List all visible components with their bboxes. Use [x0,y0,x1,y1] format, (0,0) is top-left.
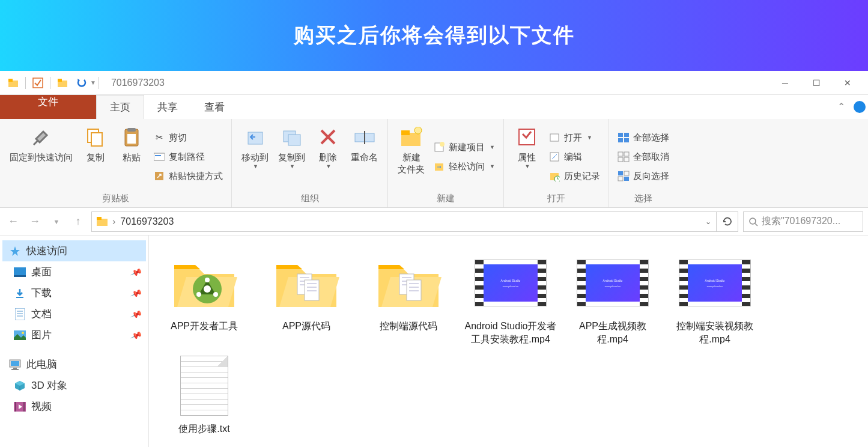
copypath-button[interactable]: 复制路径 [151,148,225,166]
file-name: 控制端源代码 [380,320,437,333]
svg-point-22 [440,142,445,147]
newfolder-button[interactable]: 新建 文件夹 [394,123,428,191]
svg-rect-36 [624,157,629,162]
recent-dropdown[interactable]: ▼ [48,213,65,230]
file-item[interactable]: 使用步骤.txt [156,353,252,436]
moveto-button[interactable]: 移动到▼ [238,123,272,191]
sidebar-3dobjects[interactable]: 3D 对象 [2,375,146,396]
ribbon-group-new: 新建 文件夹 新建项目▼ 轻松访问▼ 新建 [388,119,504,207]
paste-icon [120,125,144,149]
pin-quickaccess-button[interactable]: 固定到快速访问 [6,123,76,191]
tab-view[interactable]: 查看 [191,95,238,119]
minimize-button[interactable]: ─ [779,77,791,89]
svg-rect-15 [288,135,300,145]
ribbon-group-clipboard: 固定到快速访问 复制 粘贴 ✂剪切 复制路径 粘贴快捷方式 剪贴板 [0,119,232,207]
group-label: 选择 [615,191,672,206]
navigation-bar: ← → ▼ ↑ › 7016973203 ⌄ 搜索"701697320... [0,208,868,236]
file-item[interactable]: APP源代码 [258,250,354,347]
selectall-button[interactable]: 全部选择 [615,129,672,147]
folder-icon[interactable] [56,77,68,89]
help-icon[interactable] [854,101,866,113]
history-button[interactable]: 历史记录 [546,167,602,185]
documents-icon [13,308,26,320]
checkbox-icon[interactable] [32,77,44,89]
separator [99,77,99,89]
up-button[interactable]: ↑ [70,213,86,230]
file-name: 使用步骤.txt [178,422,229,436]
sidebar-downloads[interactable]: 下载 📌 [2,282,146,303]
maximize-button[interactable]: ☐ [810,77,822,89]
file-thumbnail [168,353,240,419]
sidebar-videos[interactable]: 视频 [2,396,146,417]
back-button[interactable]: ← [5,213,22,230]
file-item[interactable]: 控制端源代码 [360,250,457,347]
refresh-button[interactable] [717,211,738,232]
window-title: 7016973203 [111,78,165,88]
svg-rect-8 [127,128,136,132]
chevron-down-icon[interactable]: ⌄ [705,217,711,226]
pc-icon [8,359,22,371]
rename-button[interactable]: 重命名 [347,123,381,191]
cut-button[interactable]: ✂剪切 [151,129,225,147]
breadcrumb[interactable]: 7016973203 [120,216,174,227]
forward-button[interactable]: → [26,213,43,230]
svg-rect-19 [401,130,410,135]
invertselect-button[interactable]: 反向选择 [615,167,672,185]
delete-button[interactable]: 删除▼ [311,123,345,191]
selectnone-button[interactable]: 全部取消 [615,148,672,166]
tab-share[interactable]: 共享 [144,95,191,119]
collapse-ribbon-icon[interactable]: ⌃ [829,95,854,119]
file-item[interactable]: Android Studiowww.pikosd.cnAPP生成视频教程.mp4 [565,250,661,347]
undo-icon[interactable] [76,77,88,89]
svg-rect-1 [8,79,13,82]
open-button[interactable]: 打开▼ [546,129,602,147]
chevron-right-icon: › [112,216,115,227]
sidebar-desktop[interactable]: 桌面 📌 [2,261,146,282]
banner-text: 购买之后你将会得到以下文件 [294,22,575,49]
delete-icon [316,125,340,149]
svg-rect-38 [624,171,629,175]
svg-rect-78 [407,280,421,300]
search-input[interactable]: 搜索"701697320... [743,211,863,232]
edit-button[interactable]: 编辑 [546,148,602,166]
pin-icon [29,125,53,149]
close-button[interactable]: ✕ [842,77,854,89]
address-bar[interactable]: › 7016973203 ⌄ [91,211,717,232]
svg-rect-45 [14,267,26,275]
folder-icon [97,216,108,227]
easyaccess-button[interactable]: 轻松访问▼ [431,157,497,175]
file-item[interactable]: Android Studiowww.pikosd.cnAndroid Studi… [463,250,559,347]
copyto-button[interactable]: 复制到▼ [275,123,309,191]
svg-rect-35 [618,157,623,162]
group-label: 剪贴板 [6,191,225,206]
file-thumbnail: Android Studiowww.pikosd.cn [679,250,751,316]
tab-file[interactable]: 文件 [0,95,96,119]
svg-rect-46 [14,275,26,277]
copy-button[interactable]: 复制 [79,123,112,191]
file-thumbnail: Android Studiowww.pikosd.cn [577,250,649,316]
paste-button[interactable]: 粘贴 [115,123,148,191]
svg-rect-32 [624,138,629,142]
file-item[interactable]: APP开发者工具 [156,250,252,347]
pin-icon: 📌 [130,266,142,278]
svg-point-65 [205,278,210,282]
sidebar-quick-access[interactable]: 快速访问 [2,240,146,261]
sidebar-pictures[interactable]: 图片 📌 [2,324,146,345]
pin-icon: 📌 [130,329,142,341]
properties-button[interactable]: 属性▼ [510,123,544,191]
sidebar-documents[interactable]: 文档 📌 [2,303,146,324]
svg-rect-30 [624,133,629,137]
svg-rect-33 [618,152,623,156]
chevron-down-icon[interactable]: ▼ [90,79,96,86]
folder-icon [7,77,19,89]
rename-icon [353,125,377,149]
svg-rect-6 [91,133,102,146]
pasteshortcut-button[interactable]: 粘贴快捷方式 [151,167,225,185]
file-item[interactable]: Android Studiowww.pikosd.cn控制端安装视频教程.mp4 [667,250,763,347]
file-list[interactable]: APP开发者工具APP源代码控制端源代码Android Studiowww.pi… [149,236,868,447]
svg-rect-2 [33,78,43,88]
tab-home[interactable]: 主页 [96,95,144,119]
svg-point-43 [750,218,756,224]
newitem-button[interactable]: 新建项目▼ [431,138,497,156]
sidebar-thispc[interactable]: 此电脑 [2,354,146,375]
